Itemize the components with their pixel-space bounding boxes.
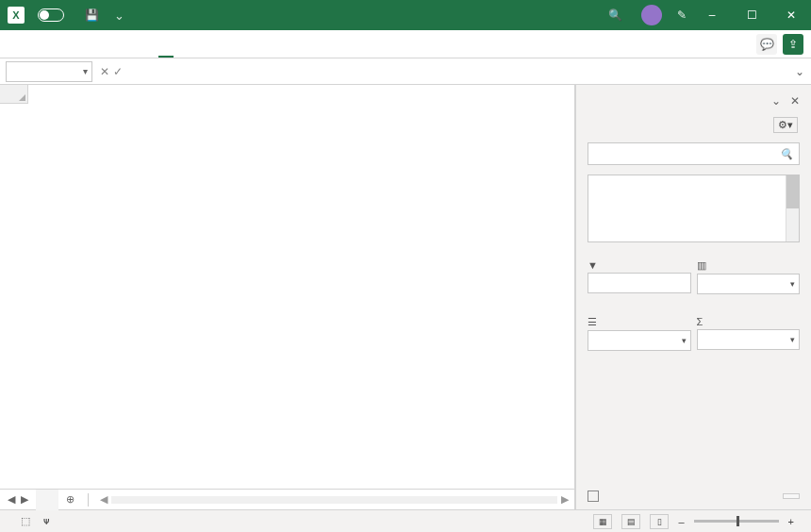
confirm-icon[interactable]: ✓	[113, 65, 123, 78]
tab-formulas[interactable]	[68, 30, 83, 58]
areas-hint	[576, 246, 811, 258]
column-headers[interactable]	[0, 85, 574, 104]
maximize-button[interactable]: ☐	[732, 0, 771, 30]
columns-area[interactable]: ▥ ▾	[697, 258, 801, 308]
autosave-toggle[interactable]	[38, 8, 64, 22]
chevron-down-icon[interactable]: ▾	[790, 279, 795, 289]
rows-area[interactable]: ☰ ▾	[588, 314, 691, 365]
tab-file[interactable]	[8, 30, 23, 58]
title-bar: X 💾 ⌄ 🔍 ✎ – ☐ ✕	[0, 0, 811, 30]
tab-page-layout[interactable]	[53, 30, 68, 58]
tab-design[interactable]	[174, 30, 189, 58]
gear-icon[interactable]: ⚙▾	[773, 117, 798, 133]
more-sheets[interactable]	[36, 490, 58, 510]
horizontal-scrollbar[interactable]: ◀▶	[94, 493, 574, 506]
normal-view-button[interactable]: ▦	[593, 514, 612, 529]
page-layout-view-button[interactable]: ▤	[621, 514, 640, 529]
prev-sheet-icon[interactable]: ◀	[8, 493, 15, 506]
tab-pivottable-analyze[interactable]	[158, 30, 174, 58]
tab-data[interactable]	[83, 30, 98, 58]
defer-checkbox[interactable]	[588, 490, 599, 502]
pen-icon[interactable]: ✎	[677, 8, 687, 22]
rows-icon: ☰	[588, 316, 597, 328]
sheet-tab-bar: ◀ ▶ ⊕ ◀▶	[0, 489, 574, 509]
ribbon-tabs: 💬 ⇪	[0, 30, 811, 58]
columns-icon: ▥	[697, 259, 706, 272]
tab-insert[interactable]	[38, 30, 53, 58]
zoom-out-button[interactable]: –	[678, 516, 684, 527]
formula-bar: ▾ ✕ ✓ ⌄	[0, 58, 811, 85]
excel-logo-icon: X	[8, 7, 25, 24]
add-sheet-button[interactable]: ⊕	[58, 493, 82, 506]
values-area[interactable]: Σ ▾	[697, 314, 801, 365]
chevron-down-icon[interactable]: ▾	[790, 335, 795, 344]
filters-area[interactable]: ▼	[588, 258, 691, 308]
expand-formula-bar-icon[interactable]: ⌄	[788, 65, 811, 78]
comments-icon[interactable]: 💬	[756, 34, 777, 55]
autosave-control[interactable]	[32, 8, 70, 22]
next-sheet-icon[interactable]: ▶	[21, 493, 28, 506]
zoom-in-button[interactable]: +	[788, 516, 794, 527]
search-icon[interactable]: 🔍	[608, 8, 622, 22]
tab-view[interactable]	[113, 30, 128, 58]
field-search-input[interactable]: 🔍	[588, 142, 800, 165]
chevron-down-icon[interactable]: ⌄	[771, 94, 781, 108]
tab-datafx[interactable]	[143, 30, 158, 58]
filter-icon: ▼	[588, 259, 598, 271]
share-icon[interactable]: ⇪	[783, 34, 803, 55]
close-pane-icon[interactable]: ✕	[790, 94, 800, 108]
macro-record-icon[interactable]: ⬚	[21, 515, 30, 527]
update-button[interactable]	[783, 493, 800, 499]
name-box[interactable]: ▾	[6, 61, 92, 82]
search-icon: 🔍	[780, 148, 793, 160]
field-list[interactable]	[588, 175, 800, 242]
chevron-down-icon[interactable]: ▾	[682, 336, 687, 345]
close-button[interactable]: ✕	[771, 0, 811, 30]
zoom-slider[interactable]	[694, 520, 779, 523]
avatar	[641, 5, 662, 25]
cancel-icon[interactable]: ✕	[100, 65, 109, 78]
page-break-view-button[interactable]: ▯	[650, 514, 669, 529]
document-title[interactable]: ⌄	[110, 8, 124, 23]
scrollbar[interactable]	[786, 175, 799, 241]
spreadsheet-grid[interactable]: ◀ ▶ ⊕ ◀▶	[0, 85, 575, 509]
chevron-down-icon[interactable]: ▾	[83, 66, 88, 76]
pivot-fields-pane: ⌄ ✕ ⚙▾ 🔍 ▼ ▥ ▾ ☰ ▾	[575, 85, 811, 509]
chevron-down-icon: ⌄	[114, 8, 124, 23]
accessibility-status[interactable]: ᴪ	[43, 515, 50, 527]
tab-developer[interactable]	[128, 30, 143, 58]
save-icon[interactable]: 💾	[85, 8, 99, 22]
minimize-button[interactable]: –	[692, 0, 732, 30]
tab-home[interactable]	[23, 30, 38, 58]
select-all-corner[interactable]	[0, 85, 28, 104]
tab-review[interactable]	[98, 30, 113, 58]
account-control[interactable]	[636, 5, 662, 25]
status-bar: ⬚ ᴪ ▦ ▤ ▯ – +	[0, 509, 811, 532]
sigma-icon: Σ	[697, 316, 703, 327]
